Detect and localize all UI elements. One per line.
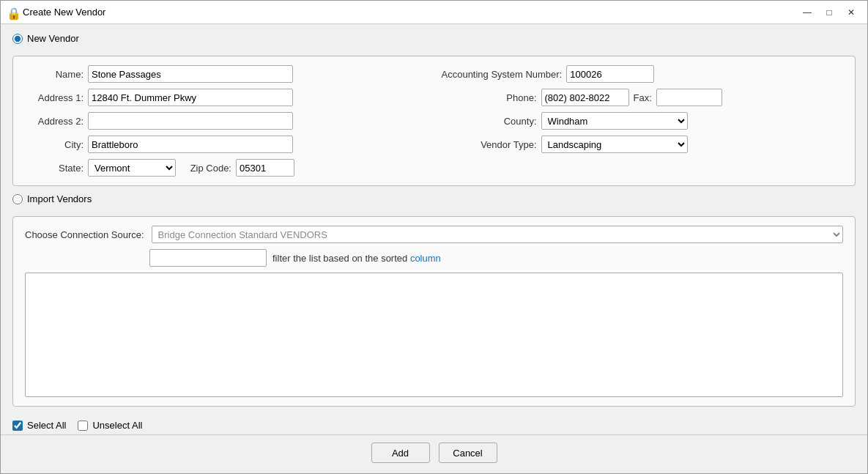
vendor-form-grid: Name: Address 1: Address 2: City: xyxy=(25,65,843,177)
new-vendor-radio[interactable] xyxy=(12,34,23,44)
addr1-row: Address 1: xyxy=(25,89,427,106)
import-vendor-label: Import Vendors xyxy=(27,193,92,204)
filter-column-link[interactable]: column xyxy=(410,253,441,264)
window-title: Create New Vendor xyxy=(23,7,797,18)
unselect-all-checkbox[interactable] xyxy=(78,421,88,431)
window-content: New Vendor Name: Address 1: Addres xyxy=(1,24,867,434)
select-all-label[interactable]: Select All xyxy=(12,420,66,431)
form-left: Name: Address 1: Address 2: City: xyxy=(25,65,427,177)
phone-fax-row: Phone: Fax: xyxy=(442,89,844,106)
zip-input[interactable] xyxy=(236,159,294,177)
fax-label: Fax: xyxy=(634,92,652,103)
addr1-input[interactable] xyxy=(88,89,293,106)
phone-input[interactable] xyxy=(541,89,629,106)
county-select[interactable]: Windham Windsor Rutland Chittenden xyxy=(541,112,688,130)
new-vendor-panel: Name: Address 1: Address 2: City: xyxy=(12,56,856,186)
vendor-type-select[interactable]: Landscaping Construction Services Suppli… xyxy=(541,136,688,153)
connection-row: Choose Connection Source: Bridge Connect… xyxy=(25,226,843,243)
filter-text: filter the list based on the sorted colu… xyxy=(272,253,441,264)
addr2-row: Address 2: xyxy=(25,112,427,130)
city-label: City: xyxy=(25,139,84,150)
form-right: Accounting System Number: Phone: Fax: Co… xyxy=(442,65,844,177)
connection-label: Choose Connection Source: xyxy=(25,229,144,240)
add-button[interactable]: Add xyxy=(371,442,430,463)
maximize-button[interactable]: □ xyxy=(819,4,839,21)
close-button[interactable]: ✕ xyxy=(841,4,861,21)
bottom-checkboxes: Select All Unselect All xyxy=(12,414,856,434)
vendor-type-label: Vendor Type: xyxy=(442,139,537,150)
acct-input[interactable] xyxy=(566,65,654,83)
select-all-checkbox[interactable] xyxy=(12,421,23,431)
title-bar: 🔒 Create New Vendor — □ ✕ xyxy=(1,1,867,24)
import-vendors-panel: Choose Connection Source: Bridge Connect… xyxy=(12,216,856,407)
fax-input[interactable] xyxy=(656,89,722,106)
select-all-text: Select All xyxy=(27,420,66,431)
addr2-input[interactable] xyxy=(88,112,293,130)
filter-row: filter the list based on the sorted colu… xyxy=(149,249,843,267)
import-vendor-header: Import Vendors xyxy=(12,193,856,204)
state-select[interactable]: Vermont New Hampshire Maine Massachusett… xyxy=(88,159,176,177)
county-row: County: Windham Windsor Rutland Chittend… xyxy=(442,112,844,130)
new-vendor-label: New Vendor xyxy=(27,33,79,44)
vendor-type-row: Vendor Type: Landscaping Construction Se… xyxy=(442,136,844,153)
county-label: County: xyxy=(442,116,537,127)
import-vendor-radio-label[interactable]: Import Vendors xyxy=(12,193,92,204)
phone-label: Phone: xyxy=(442,92,537,103)
filter-input[interactable] xyxy=(149,249,267,267)
connection-select[interactable]: Bridge Connection Standard VENDORS xyxy=(152,226,843,243)
acct-row: Accounting System Number: xyxy=(442,65,844,83)
new-vendor-header: New Vendor xyxy=(12,33,856,44)
acct-label: Accounting System Number: xyxy=(442,69,563,80)
city-row: City: xyxy=(25,136,427,153)
title-bar-controls: — □ ✕ xyxy=(797,4,861,21)
addr1-label: Address 1: xyxy=(25,92,84,103)
name-input[interactable] xyxy=(88,65,293,83)
addr2-label: Address 2: xyxy=(25,116,84,127)
footer: Add Cancel xyxy=(1,434,867,473)
name-row: Name: xyxy=(25,65,427,83)
city-input[interactable] xyxy=(88,136,293,153)
new-vendor-radio-label[interactable]: New Vendor xyxy=(12,33,79,44)
zip-label: Zip Code: xyxy=(180,163,231,174)
state-zip-row: State: Vermont New Hampshire Maine Massa… xyxy=(25,159,427,177)
main-window: 🔒 Create New Vendor — □ ✕ New Vendor Nam… xyxy=(0,0,868,474)
name-label: Name: xyxy=(25,69,84,80)
minimize-button[interactable]: — xyxy=(797,4,817,21)
cancel-button[interactable]: Cancel xyxy=(439,442,497,463)
unselect-all-label[interactable]: Unselect All xyxy=(78,420,142,431)
window-icon: 🔒 xyxy=(7,7,18,18)
vendor-list-box[interactable] xyxy=(25,273,843,397)
unselect-all-text: Unselect All xyxy=(92,420,142,431)
state-label: State: xyxy=(25,163,84,174)
import-vendor-radio[interactable] xyxy=(12,194,23,204)
